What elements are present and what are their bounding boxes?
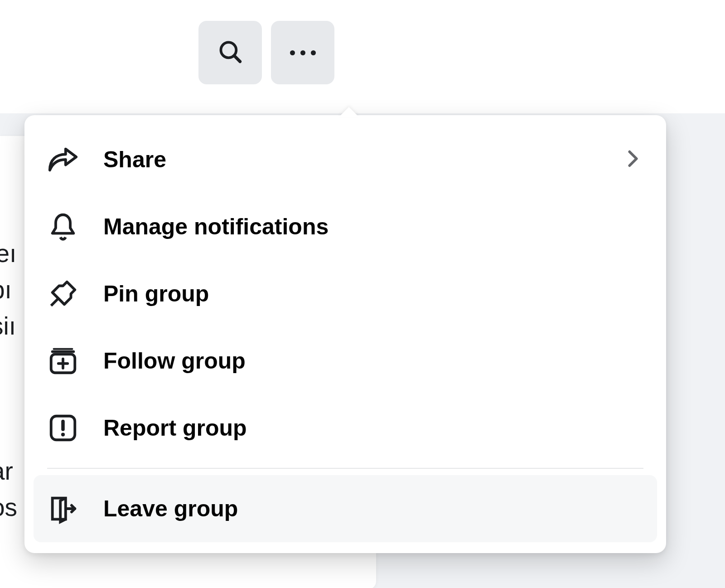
obscured-text: ar os bbox=[0, 453, 17, 526]
share-arrow-icon bbox=[47, 144, 79, 175]
menu-item-follow-group[interactable]: Follow group bbox=[34, 327, 657, 394]
menu-item-leave-group[interactable]: Leave group bbox=[34, 475, 657, 542]
svg-line-1 bbox=[235, 56, 240, 62]
chevron-right-icon bbox=[623, 148, 643, 171]
ellipsis-icon bbox=[290, 50, 316, 55]
follow-plus-icon bbox=[47, 345, 79, 377]
menu-item-label: Share bbox=[103, 146, 598, 173]
bell-icon bbox=[47, 211, 79, 243]
menu-item-report-group[interactable]: Report group bbox=[34, 394, 657, 462]
menu-item-label: Leave group bbox=[103, 496, 643, 522]
pushpin-icon bbox=[47, 278, 79, 310]
leave-door-icon bbox=[47, 493, 79, 525]
toolbar bbox=[198, 21, 334, 84]
menu-item-label: Pin group bbox=[103, 281, 643, 307]
search-button[interactable] bbox=[198, 21, 262, 84]
menu-item-label: Follow group bbox=[103, 348, 643, 374]
menu-item-label: Manage notifications bbox=[103, 214, 643, 240]
search-icon bbox=[217, 39, 243, 67]
menu-item-share[interactable]: Share bbox=[34, 126, 657, 193]
menu-item-manage-notifications[interactable]: Manage notifications bbox=[34, 193, 657, 260]
menu-item-pin-group[interactable]: Pin group bbox=[34, 260, 657, 327]
menu-divider bbox=[47, 468, 643, 469]
menu-list: Share Manage notifications Pin group Fol… bbox=[34, 126, 657, 542]
alert-square-icon bbox=[47, 412, 79, 444]
header-area bbox=[0, 0, 725, 113]
menu-item-label: Report group bbox=[103, 415, 643, 441]
obscured-text: 'eı bı siı bbox=[0, 236, 16, 344]
more-options-button[interactable] bbox=[271, 21, 334, 84]
svg-line-2 bbox=[51, 298, 59, 306]
group-actions-menu: Share Manage notifications Pin group Fol… bbox=[24, 115, 666, 553]
svg-point-8 bbox=[61, 433, 65, 437]
